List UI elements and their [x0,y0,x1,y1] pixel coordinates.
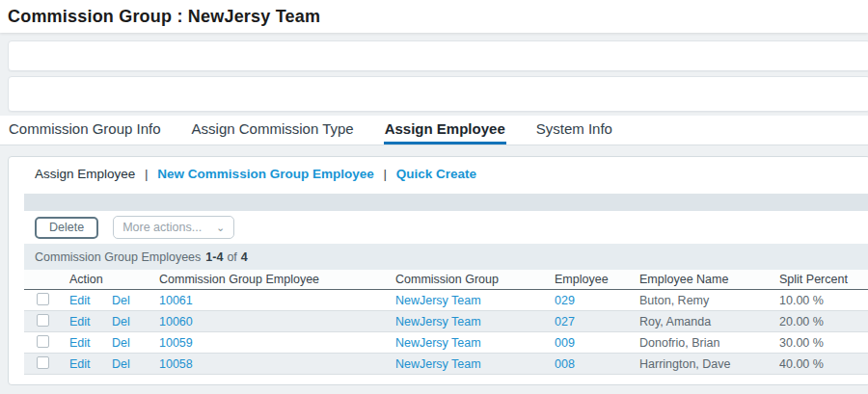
commission-group-employee-link[interactable]: 10059 [159,336,193,350]
column-header-commission-group-employee: Commission Group Employee [159,273,395,286]
edit-link[interactable]: Edit [69,357,91,371]
commission-group-link[interactable]: NewJersy Team [395,315,481,328]
edit-link[interactable]: Edit [69,336,91,350]
commission-group-employee-link[interactable]: 10061 [159,294,193,307]
split-percent: 40.00 % [779,357,868,371]
assign-employee-panel: Assign Employee | New Commission Group E… [8,156,868,385]
table-row: Edit Del 10060 NewJersy Team 027 Roy, Am… [24,311,868,332]
tab-bar: Commission Group Info Assign Commission … [0,116,868,145]
employee-name: Buton, Remy [639,294,779,307]
employee-name: Donofrio, Brian [639,336,779,350]
row-checkbox[interactable] [37,335,49,348]
delete-button[interactable]: Delete [35,217,98,239]
count-range: 1-4 [201,250,227,264]
del-link[interactable]: Del [112,357,130,371]
title-band: Commission Group : NewJersy Team [0,0,868,33]
table-header-row: Action Commission Group Employee Commiss… [24,270,868,290]
record-count-bar: Commission Group Employees 1-4 of 4 [24,244,868,270]
table-row: Edit Del 10061 NewJersy Team 029 Buton, … [24,290,868,311]
tab-commission-group-info[interactable]: Commission Group Info [8,116,162,144]
employee-name: Harrington, Dave [639,357,779,371]
employee-name: Roy, Amanda [639,315,779,328]
subheader: Assign Employee | New Commission Group E… [9,157,868,181]
column-header-action: Action [69,273,159,286]
commission-group-link[interactable]: NewJersy Team [395,294,481,307]
column-header-commission-group: Commission Group [395,273,555,286]
subheader-title: Assign Employee [35,167,135,181]
tab-assign-commission-type[interactable]: Assign Commission Type [191,116,355,144]
row-checkbox[interactable] [37,356,49,369]
table-row: Edit Del 10059 NewJersy Team 009 Donofri… [24,332,868,354]
count-label: Commission Group Employees [35,250,201,264]
row-checkbox[interactable] [37,314,49,327]
edit-link[interactable]: Edit [69,294,91,307]
del-link[interactable]: Del [112,294,130,307]
employee-id-link[interactable]: 008 [555,357,575,371]
new-commission-group-employee-link[interactable]: New Commission Group Employee [157,167,373,181]
table-row: Edit Del 10058 NewJersy Team 008 Harring… [24,354,868,375]
quick-create-link[interactable]: Quick Create [396,167,476,181]
employee-id-link[interactable]: 029 [555,294,575,307]
row-checkbox[interactable] [37,293,49,305]
commission-group-link[interactable]: NewJersy Team [395,336,481,350]
split-percent: 30.00 % [779,336,868,350]
separator: | [139,167,154,181]
employee-table-block: Delete More actions... ⌄ Commission Grou… [24,194,868,375]
commission-group-employee-link[interactable]: 10060 [159,315,193,328]
split-percent: 20.00 % [779,315,868,328]
column-header-employee: Employee [555,273,639,286]
commission-group-employee-link[interactable]: 10058 [159,357,193,371]
employee-id-link[interactable]: 009 [555,336,575,350]
chevron-down-icon: ⌄ [216,222,225,234]
del-link[interactable]: Del [112,336,130,350]
tab-system-info[interactable]: System Info [535,116,613,144]
table-toolbar: Delete More actions... ⌄ [24,211,868,244]
empty-bar-top [8,40,868,71]
count-total: 4 [237,250,252,264]
more-actions-dropdown[interactable]: More actions... ⌄ [113,216,234,239]
commission-group-link[interactable]: NewJersy Team [395,357,481,371]
page-title: Commission Group : NewJersy Team [8,7,320,26]
split-percent: 10.00 % [779,294,868,307]
more-actions-label: More actions... [122,221,202,234]
column-header-split-percent: Split Percent [779,273,868,286]
count-of: of [227,250,236,264]
column-header-employee-name: Employee Name [639,273,779,286]
tab-assign-employee[interactable]: Assign Employee [384,116,506,144]
empty-bar-bottom [8,76,868,112]
separator: | [377,167,393,181]
employee-id-link[interactable]: 027 [555,315,575,328]
table-top-strip [24,194,868,211]
del-link[interactable]: Del [112,315,130,328]
edit-link[interactable]: Edit [69,315,91,328]
